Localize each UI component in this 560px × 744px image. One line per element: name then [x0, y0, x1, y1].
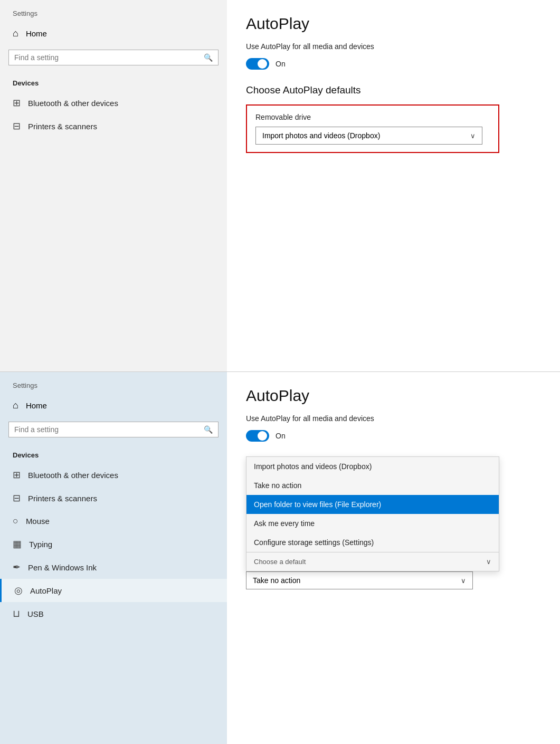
choose-default-label: Choose a default [254, 558, 306, 566]
bottom-dropdown-menu: Import photos and videos (Dropbox) Take … [246, 456, 499, 571]
top-section-title: Devices [0, 74, 227, 91]
bottom-printer-icon: ⊟ [13, 492, 21, 504]
bottom-typing-label: Typing [29, 540, 52, 549]
top-defaults-title: Choose AutoPlay defaults [246, 84, 541, 96]
top-search-box[interactable]: 🔍 [8, 50, 219, 65]
top-toggle-row: On [246, 58, 541, 70]
bottom-sidebar-item-typing[interactable]: ▦ Typing [0, 532, 227, 556]
bottom-mouse-label: Mouse [26, 517, 50, 526]
bottom-pen-label: Pen & Windows Ink [28, 563, 97, 572]
dropdown-item-open-folder[interactable]: Open folder to view files (File Explorer… [246, 495, 499, 514]
top-bluetooth-label: Bluetooth & other devices [28, 99, 118, 108]
dropdown-item-import-dropbox[interactable]: Import photos and videos (Dropbox) [246, 457, 499, 476]
bottom-main: AutoPlay Use AutoPlay for all media and … [227, 372, 560, 744]
top-panel: Settings ⌂ Home 🔍 Devices ⊞ Bluetooth & … [0, 0, 560, 372]
top-autoplay-subtitle: Use AutoPlay for all media and devices [246, 42, 541, 51]
bottom-sidebar-item-printers[interactable]: ⊟ Printers & scanners [0, 487, 227, 510]
top-main-title: AutoPlay [246, 15, 541, 33]
dropdown-item-configure-storage[interactable]: Configure storage settings (Settings) [246, 533, 499, 552]
bottom-usb-icon: ⊔ [13, 608, 20, 619]
bluetooth-icon: ⊞ [13, 97, 21, 109]
top-sidebar: Settings ⌂ Home 🔍 Devices ⊞ Bluetooth & … [0, 0, 227, 371]
bottom-home-button[interactable]: ⌂ Home [0, 394, 227, 417]
bottom-panel: Settings ⌂ Home 🔍 Devices ⊞ Bluetooth & … [0, 372, 560, 744]
bottom-home-label: Home [26, 401, 47, 410]
bottom-home-icon: ⌂ [13, 400, 18, 411]
bottom-sidebar-title: Settings [0, 372, 227, 394]
bottom-printers-label: Printers & scanners [28, 494, 97, 503]
dropdown-item-ask-me[interactable]: Ask me every time [246, 514, 499, 533]
top-printers-label: Printers & scanners [28, 122, 97, 131]
top-removable-drive-label: Removable drive [255, 113, 490, 121]
bottom-pen-icon: ✒ [13, 561, 21, 573]
bottom-search-box[interactable]: 🔍 [8, 422, 219, 437]
bottom-iphone-chevron: ∨ [461, 577, 466, 585]
bottom-sidebar: Settings ⌂ Home 🔍 Devices ⊞ Bluetooth & … [0, 372, 227, 744]
bottom-toggle-row: On [246, 430, 541, 442]
top-autoplay-toggle[interactable] [246, 58, 269, 70]
bottom-sidebar-item-usb[interactable]: ⊔ USB [0, 602, 227, 625]
bottom-sidebar-item-bluetooth[interactable]: ⊞ Bluetooth & other devices [0, 463, 227, 487]
dropdown-item-take-no-action[interactable]: Take no action [246, 476, 499, 495]
dropdown-item-choose-default[interactable]: Choose a default ∨ [246, 552, 499, 571]
choose-default-chevron: ∨ [486, 558, 491, 566]
bottom-sidebar-item-mouse[interactable]: ○ Mouse [0, 510, 227, 532]
printer-icon: ⊟ [13, 120, 21, 132]
bottom-bluetooth-icon: ⊞ [13, 469, 21, 481]
bottom-autoplay-icon: ◎ [14, 585, 23, 596]
bottom-search-input[interactable] [14, 425, 204, 434]
bottom-mouse-icon: ○ [13, 516, 18, 527]
top-removable-drive-section: Removable drive Import photos and videos… [246, 104, 499, 153]
bottom-section-title: Devices [0, 446, 227, 463]
bottom-iphone-select[interactable]: Take no action ∨ [246, 571, 473, 589]
bottom-toggle-label: On [276, 432, 286, 440]
top-removable-drive-select[interactable]: Import photos and videos (Dropbox) ∨ [255, 127, 482, 145]
top-search-icon: 🔍 [204, 53, 213, 62]
top-home-label: Home [26, 29, 47, 38]
bottom-sidebar-item-pen[interactable]: ✒ Pen & Windows Ink [0, 556, 227, 579]
bottom-autoplay-toggle[interactable] [246, 430, 269, 442]
top-home-button[interactable]: ⌂ Home [0, 22, 227, 45]
bottom-typing-icon: ▦ [13, 538, 22, 550]
top-toggle-label: On [276, 60, 286, 68]
top-main: AutoPlay Use AutoPlay for all media and … [227, 0, 560, 371]
top-sidebar-item-bluetooth[interactable]: ⊞ Bluetooth & other devices [0, 91, 227, 115]
top-sidebar-title: Settings [0, 0, 227, 22]
bottom-usb-label: USB [27, 609, 44, 618]
home-icon: ⌂ [13, 28, 18, 39]
top-chevron-icon: ∨ [470, 132, 476, 140]
top-removable-drive-value: Import photos and videos (Dropbox) [262, 131, 380, 140]
top-search-input[interactable] [14, 53, 204, 62]
bottom-sidebar-item-autoplay[interactable]: ◎ AutoPlay [0, 579, 227, 602]
bottom-search-icon: 🔍 [204, 425, 213, 434]
bottom-iphone-value: Take no action [253, 576, 300, 585]
bottom-autoplay-label: AutoPlay [30, 586, 62, 595]
bottom-main-title: AutoPlay [246, 387, 541, 405]
bottom-autoplay-subtitle: Use AutoPlay for all media and devices [246, 414, 541, 423]
bottom-bluetooth-label: Bluetooth & other devices [28, 471, 118, 480]
top-sidebar-item-printers[interactable]: ⊟ Printers & scanners [0, 115, 227, 138]
